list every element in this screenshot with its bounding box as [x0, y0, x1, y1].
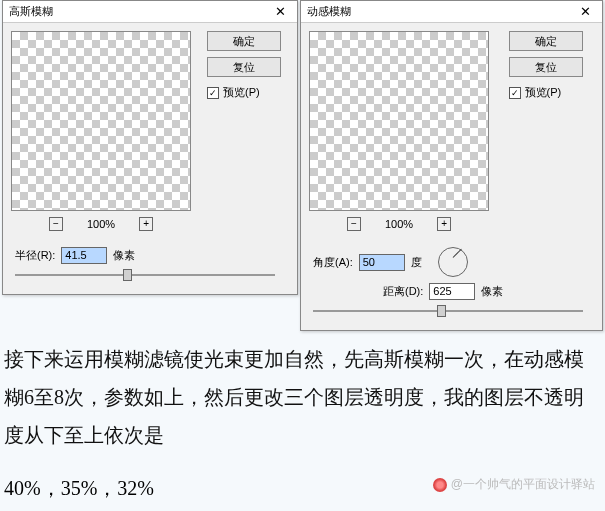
- angle-input[interactable]: 50: [359, 254, 405, 271]
- zoom-out-button[interactable]: −: [347, 217, 361, 231]
- preview-checkbox[interactable]: ✓: [509, 87, 521, 99]
- distance-slider[interactable]: [313, 304, 583, 318]
- zoom-level: 100%: [385, 218, 413, 230]
- close-icon[interactable]: ✕: [568, 1, 602, 23]
- radius-input[interactable]: 41.5: [61, 247, 107, 264]
- titlebar[interactable]: 高斯模糊 ✕: [3, 1, 297, 23]
- gaussian-blur-dialog: 高斯模糊 ✕ − 100% + 确定 复位 ✓ 预览(P) 半径(R): 41.…: [2, 0, 298, 295]
- dialog-title: 高斯模糊: [9, 4, 53, 19]
- instruction-text: 接下来运用模糊滤镜使光束更加自然，先高斯模糊一次，在动感模糊6至8次，参数如上，…: [4, 340, 600, 454]
- reset-button[interactable]: 复位: [207, 57, 281, 77]
- preview-label: 预览(P): [223, 85, 260, 100]
- weibo-watermark: @一个帅气的平面设计驿站: [433, 476, 595, 493]
- zoom-in-button[interactable]: +: [437, 217, 451, 231]
- motion-blur-dialog: 动感模糊 ✕ − 100% + 确定 复位 ✓ 预览(P) 角度(A): 50 …: [300, 0, 603, 331]
- distance-label: 距离(D):: [383, 284, 423, 299]
- opacity-values: 40%，35%，32%: [4, 475, 154, 502]
- zoom-out-button[interactable]: −: [49, 217, 63, 231]
- angle-dial[interactable]: [438, 247, 468, 277]
- preview-label: 预览(P): [525, 85, 562, 100]
- dialog-title: 动感模糊: [307, 4, 351, 19]
- weibo-icon: [433, 478, 447, 492]
- preview-canvas[interactable]: [11, 31, 191, 211]
- close-icon[interactable]: ✕: [263, 1, 297, 23]
- zoom-in-button[interactable]: +: [139, 217, 153, 231]
- distance-unit: 像素: [481, 284, 503, 299]
- preview-canvas[interactable]: [309, 31, 489, 211]
- watermark-text: @一个帅气的平面设计驿站: [451, 476, 595, 493]
- zoom-level: 100%: [87, 218, 115, 230]
- ok-button[interactable]: 确定: [207, 31, 281, 51]
- radius-unit: 像素: [113, 248, 135, 263]
- angle-label: 角度(A):: [313, 255, 353, 270]
- titlebar[interactable]: 动感模糊 ✕: [301, 1, 602, 23]
- distance-input[interactable]: 625: [429, 283, 475, 300]
- ok-button[interactable]: 确定: [509, 31, 583, 51]
- reset-button[interactable]: 复位: [509, 57, 583, 77]
- radius-label: 半径(R):: [15, 248, 55, 263]
- radius-slider[interactable]: [15, 268, 275, 282]
- angle-unit: 度: [411, 255, 422, 270]
- preview-checkbox[interactable]: ✓: [207, 87, 219, 99]
